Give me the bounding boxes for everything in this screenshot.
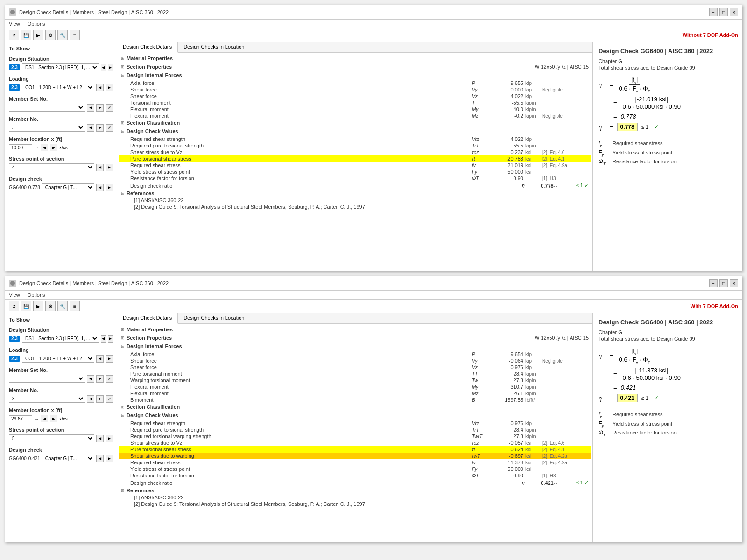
toolbar-btn-5[interactable]: 🔧 [57,30,68,40]
cv-label-4: Required shear stress [130,162,472,168]
dc-nav-next[interactable]: ▶ [106,455,113,462]
member-set-nav-prev[interactable]: ◀ [87,104,94,112]
close-button[interactable]: ✕ [730,279,738,287]
member-set-nav-prev[interactable]: ◀ [87,375,94,383]
dc-nav-prev[interactable]: ◀ [96,455,104,462]
member-set-dropdown[interactable]: -- [9,104,85,112]
section-props-header[interactable]: ⊞ Section Properties W 12x50 /y /z | AIS… [119,63,591,70]
loading-dropdown[interactable]: CO1 - 1.20D + L1 + W + L2 [22,355,94,363]
stress-point-nav-next[interactable]: ▶ [106,435,113,442]
force-symbol-0: P [472,352,491,357]
design-forces-header[interactable]: ⊟ Design Internal Forces [119,71,591,79]
cv-symbol-6: fv [472,460,491,465]
toolbar-btn-4[interactable]: ⚙ [45,30,56,40]
section-class-header[interactable]: ⊞ Section Classification [119,119,591,126]
stress-point-nav-next[interactable]: ▶ [106,164,113,171]
minimize-button[interactable]: − [709,8,718,16]
toolbar-btn-4[interactable]: ⚙ [45,301,56,311]
section-class-header[interactable]: ⊞ Section Classification [119,403,591,411]
fv-legend-text: Required shear stress [613,412,663,417]
cv-unit-8: -- [523,473,542,478]
design-check-chapter-dropdown[interactable]: Chapter G | T... [42,455,94,462]
member-set-nav-next[interactable]: ▶ [96,104,104,112]
member-no-nav-extra[interactable]: ⤢ [106,124,113,132]
toolbar-btn-2[interactable]: 💾 [21,30,31,40]
design-check-values-header[interactable]: ⊟ Design Check Values [119,412,591,419]
material-props-header[interactable]: ⊞ Material Properties [119,326,591,333]
member-no-nav-prev[interactable]: ◀ [87,395,94,403]
references-header[interactable]: ⊟ References [119,487,591,494]
member-no-dropdown[interactable]: 3 [9,124,85,132]
toolbar-btn-6[interactable]: ≡ [70,30,80,40]
formula-equals-2: = [613,371,617,378]
member-no-dropdown[interactable]: 3 [9,395,85,403]
toolbar-btn-5[interactable]: 🔧 [57,301,68,311]
ds-dropdown[interactable]: DS1 - Section 2.3 (LRFD), 1, ... [22,63,99,71]
member-set-nav-extra[interactable]: ⤢ [106,104,113,112]
maximize-button[interactable]: □ [719,279,728,287]
force-item-4: Warping torsional moment Tw 27.8 kipin [119,377,591,384]
loading-dropdown[interactable]: CO1 - 1.20D + L1 + W + L2 [22,84,94,91]
member-no-nav-prev[interactable]: ◀ [87,124,94,132]
design-forces-header[interactable]: ⊟ Design Internal Forces [119,343,591,350]
member-no-nav-extra[interactable]: ⤢ [106,395,113,403]
design-check-values-header[interactable]: ⊟ Design Check Values [119,127,591,135]
section-props-header[interactable]: ⊞ Section Properties W 12x50 /y /z | AIS… [119,334,591,342]
member-no-nav-next[interactable]: ▶ [96,395,104,403]
ratio-symbol: η [522,480,541,485]
ds-nav-prev[interactable]: ◀ [101,335,106,343]
minimize-button[interactable]: − [709,279,718,287]
close-button[interactable]: ✕ [730,8,738,16]
formula-eta-final: η [599,395,606,402]
stress-point-dropdown[interactable]: 4 [9,163,94,171]
dc-nav-next[interactable]: ▶ [106,184,113,191]
menu-options[interactable]: Options [28,21,45,27]
loading-nav-prev[interactable]: ◀ [96,355,104,363]
cv-value-5: 50.000 [491,169,523,175]
stress-point-nav-prev[interactable]: ◀ [96,435,104,442]
toolbar-btn-3[interactable]: ▶ [33,301,43,311]
menu-options[interactable]: Options [28,292,45,298]
stress-point-dropdown[interactable]: 5 [9,434,94,442]
member-loc-nav-next[interactable]: ▶ [50,144,57,151]
loading-nav-next[interactable]: ▶ [106,84,113,91]
addon-link-with[interactable]: With 7 DOF Add-On [691,303,738,309]
ds-nav-next[interactable]: ▶ [108,64,113,71]
toolbar-btn-1[interactable]: ↺ [9,301,19,311]
ds-nav-next[interactable]: ▶ [108,335,113,343]
stress-point-nav-prev[interactable]: ◀ [96,164,104,171]
loading-badge: 2.3 [9,84,20,91]
ds-nav-prev[interactable]: ◀ [101,64,106,71]
member-set-dropdown[interactable]: -- [9,375,85,383]
toolbar-btn-6[interactable]: ≡ [70,301,80,311]
ds-dropdown[interactable]: DS1 - Section 2.3 (LRFD), 1, ... [22,335,99,343]
loading-nav-prev[interactable]: ◀ [96,84,104,91]
member-no-nav-next[interactable]: ▶ [96,124,104,132]
addon-link-without[interactable]: Without 7 DOF Add-On [683,32,738,38]
material-props-header[interactable]: ⊞ Material Properties [119,55,591,62]
loading-nav-next[interactable]: ▶ [106,355,113,363]
member-set-nav-next[interactable]: ▶ [96,375,104,383]
member-loc-input[interactable] [9,144,32,151]
member-loc-section: Member location x [ft] → ◀ ▶ x/xs [9,136,113,151]
toolbar-btn-3[interactable]: ▶ [33,30,43,40]
ratio-value: 0.778 [541,183,554,189]
menu-view[interactable]: View [9,21,20,27]
member-loc-nav-prev[interactable]: ◀ [41,144,48,151]
dc-nav-prev[interactable]: ◀ [96,184,104,191]
references-header[interactable]: ⊟ References [119,189,591,197]
member-set-nav-extra[interactable]: ⤢ [106,375,113,383]
member-loc-nav-prev[interactable]: ◀ [41,415,48,422]
tab-design-checks-location[interactable]: Design Checks in Location [178,42,250,52]
member-loc-input[interactable] [9,415,32,422]
tab-design-check-details[interactable]: Design Check Details [117,313,178,324]
toolbar-btn-2[interactable]: 💾 [21,301,31,311]
member-loc-nav-next[interactable]: ▶ [50,415,57,422]
tab-design-check-details[interactable]: Design Check Details [117,42,178,53]
menu-view[interactable]: View [9,292,20,298]
ref1: [1] ANSI/AISC 360-22 [119,494,591,501]
design-check-chapter-dropdown[interactable]: Chapter G | T... [42,183,94,191]
maximize-button[interactable]: □ [719,8,728,16]
tab-design-checks-location[interactable]: Design Checks in Location [178,313,250,323]
toolbar-btn-1[interactable]: ↺ [9,30,19,40]
